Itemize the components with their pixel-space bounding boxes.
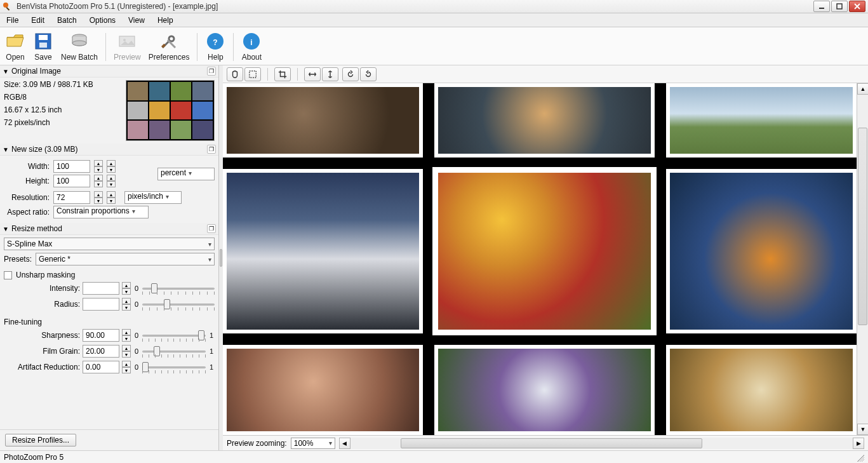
section-new-size-header[interactable]: ▼ New size (3.09 MB) ❐ [0, 144, 218, 156]
expand-icon[interactable]: ❐ [207, 224, 216, 233]
width-input[interactable] [53, 160, 90, 173]
scroll-up-button[interactable]: ▲ [857, 83, 868, 95]
preview-tile [666, 345, 857, 435]
width-label: Width: [4, 162, 50, 171]
width-down[interactable]: ▼ [94, 166, 103, 173]
maximize-button[interactable] [831, 1, 848, 12]
rotate-left-button[interactable] [342, 67, 359, 81]
height-down[interactable]: ▼ [94, 181, 103, 187]
new-batch-button[interactable]: New Batch [57, 29, 102, 65]
menu-options[interactable]: Options [83, 13, 122, 27]
width-link-up[interactable]: ▲ [107, 160, 116, 166]
artifact-input[interactable] [83, 361, 119, 373]
menu-help[interactable]: Help [151, 13, 180, 27]
sharpness-down[interactable]: ▼ [122, 335, 131, 342]
range-max: 1 [208, 347, 215, 355]
scroll-left-button[interactable]: ◀ [339, 438, 351, 449]
scroll-right-button[interactable]: ▶ [853, 438, 864, 449]
intensity-input[interactable] [83, 282, 119, 295]
radius-slider[interactable] [142, 297, 215, 311]
help-button[interactable]: ? Help [201, 29, 229, 65]
preferences-button[interactable]: Preferences [145, 29, 194, 65]
marquee-tool-button[interactable] [244, 67, 261, 81]
original-size: Size: 3.09 MB / 988.71 KB [4, 80, 121, 89]
about-label: About [242, 53, 262, 62]
preset-select[interactable]: Generic * [36, 253, 215, 265]
height-link-up[interactable]: ▲ [107, 175, 116, 181]
unsharp-checkbox[interactable] [4, 271, 12, 279]
artifact-slider[interactable] [142, 360, 206, 374]
intensity-slider[interactable] [142, 281, 215, 295]
grain-down[interactable]: ▼ [122, 351, 131, 358]
height-link-down[interactable]: ▼ [107, 181, 116, 187]
hand-tool-button[interactable] [227, 67, 243, 81]
width-link-down[interactable]: ▼ [107, 166, 116, 173]
radius-input[interactable] [83, 298, 119, 311]
horizontal-scrollbar[interactable]: ◀ ▶ [339, 438, 864, 449]
preview-zoom-label: Preview zooming: [227, 439, 287, 448]
save-button[interactable]: Save [29, 29, 57, 65]
flip-horizontal-button[interactable] [304, 67, 321, 81]
rotate-right-button[interactable] [360, 67, 377, 81]
size-unit-select[interactable]: percent [157, 168, 215, 180]
scroll-thumb[interactable] [401, 438, 702, 448]
preview-button[interactable]: Preview [110, 29, 145, 65]
preview-tile [434, 345, 655, 435]
preview-zoom-select[interactable]: 100% [291, 438, 335, 449]
menu-file[interactable]: File [0, 13, 25, 27]
section-resize-method-header[interactable]: ▼ Resize method ❐ [0, 223, 218, 235]
expand-icon[interactable]: ❐ [207, 67, 216, 76]
grain-input[interactable] [83, 345, 119, 358]
sharpness-up[interactable]: ▲ [122, 329, 131, 335]
res-link-down[interactable]: ▼ [107, 198, 116, 204]
sharpness-slider[interactable] [142, 328, 206, 342]
minimize-button[interactable] [813, 1, 830, 12]
menu-batch[interactable]: Batch [51, 13, 83, 27]
scroll-thumb[interactable] [858, 128, 867, 325]
aspect-select[interactable]: Constrain proportions [53, 206, 149, 218]
preview-toolbar [223, 65, 868, 83]
intensity-up[interactable]: ▲ [122, 282, 131, 288]
menu-edit[interactable]: Edit [25, 13, 51, 27]
expand-icon[interactable]: ❐ [207, 145, 216, 154]
close-button[interactable] [849, 1, 865, 12]
grain-up[interactable]: ▲ [122, 345, 131, 351]
right-panel: ▲ ▼ Preview zooming: 100% ◀ ▶ [223, 65, 868, 450]
preview-canvas[interactable] [223, 83, 857, 435]
crop-button[interactable] [274, 67, 291, 81]
menu-view[interactable]: View [122, 13, 151, 27]
res-up[interactable]: ▲ [94, 191, 103, 198]
width-up[interactable]: ▲ [94, 160, 103, 166]
resolution-input[interactable] [53, 191, 90, 204]
svg-rect-6 [39, 43, 47, 48]
res-down[interactable]: ▼ [94, 198, 103, 204]
res-link-up[interactable]: ▲ [107, 191, 116, 198]
intensity-down[interactable]: ▼ [122, 288, 131, 295]
res-unit-select[interactable]: pixels/inch [124, 191, 182, 204]
radius-up[interactable]: ▲ [122, 298, 131, 304]
artifact-down[interactable]: ▼ [122, 367, 131, 373]
menubar: File Edit Batch Options View Help [0, 13, 868, 27]
resize-grip-icon[interactable] [855, 453, 864, 462]
flip-vertical-button[interactable] [322, 67, 338, 81]
navigator-thumbnail[interactable] [126, 80, 215, 141]
svg-text:?: ? [213, 38, 218, 47]
height-input[interactable] [53, 175, 90, 187]
aspect-label: Aspect ratio: [4, 208, 50, 217]
open-button[interactable]: Open [1, 29, 29, 65]
range-max: 1 [208, 332, 215, 339]
vertical-scrollbar[interactable]: ▲ ▼ [857, 83, 868, 435]
resize-profiles-button[interactable]: Resize Profiles... [5, 434, 76, 446]
about-button[interactable]: i About [237, 29, 265, 65]
sharpness-input[interactable] [83, 329, 119, 342]
open-label: Open [6, 53, 24, 62]
height-up[interactable]: ▲ [94, 175, 103, 181]
unsharp-label: Unsharp masking [16, 271, 75, 279]
scroll-down-button[interactable]: ▼ [857, 424, 868, 435]
resize-method-select[interactable]: S-Spline Max [4, 238, 215, 250]
grain-slider[interactable] [142, 344, 206, 358]
section-original-image-header[interactable]: ▼ Original Image ❐ [0, 65, 218, 77]
radius-down[interactable]: ▼ [122, 304, 131, 311]
artifact-up[interactable]: ▲ [122, 361, 131, 367]
range-min: 0 [133, 347, 140, 355]
